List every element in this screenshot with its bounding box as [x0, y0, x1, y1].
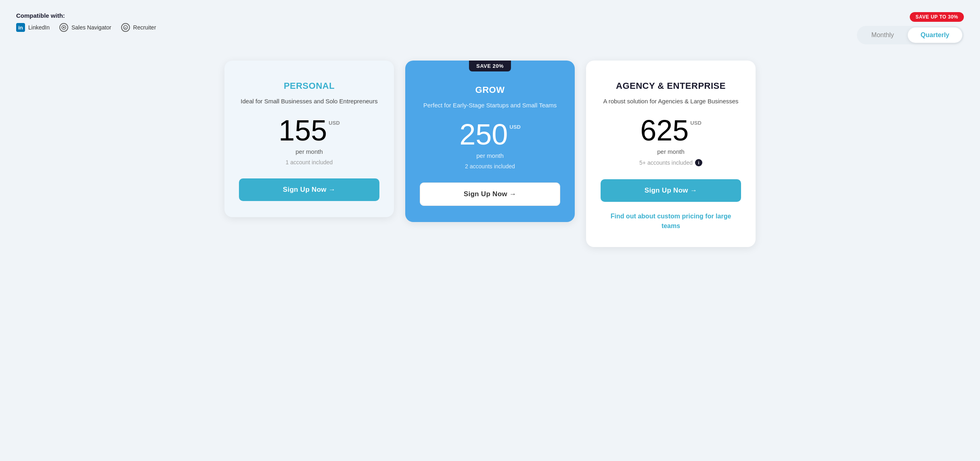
platform-linkedin: in LinkedIn [16, 23, 50, 32]
enterprise-price-currency: USD [690, 120, 701, 126]
sales-navigator-icon [59, 23, 68, 32]
grow-price-number: 250 [459, 120, 508, 149]
compatible-icons: in LinkedIn Sales Navigator R Recruiter [16, 23, 156, 32]
grow-plan-name: GROW [420, 85, 560, 95]
svg-text:R: R [124, 26, 127, 30]
custom-pricing-section: Find out about custom pricing for large … [601, 212, 741, 231]
custom-pricing-link[interactable]: Find out about custom pricing for large … [611, 213, 731, 229]
billing-toggle: Monthly Quarterly [857, 26, 964, 44]
grow-per-month: per month [420, 152, 560, 159]
grow-plan-card: SAVE 20% GROW Perfect for Early-Stage St… [405, 61, 575, 222]
quarterly-toggle-button[interactable]: Quarterly [908, 27, 962, 43]
personal-accounts-included: 1 account included [239, 159, 379, 166]
grow-plan-description: Perfect for Early-Stage Startups and Sma… [420, 101, 560, 110]
grow-price-currency: USD [509, 124, 520, 130]
grow-price-row: 250 USD [420, 120, 560, 149]
personal-price-number: 155 [279, 116, 327, 145]
svg-point-1 [63, 27, 65, 28]
enterprise-plan-card: AGENCY & ENTERPRISE A robust solution fo… [586, 61, 756, 247]
compatible-label: Compatible with: [16, 12, 156, 19]
platform-sales-navigator: Sales Navigator [59, 23, 111, 32]
page-header: Compatible with: in LinkedIn Sales Navig… [16, 12, 964, 44]
enterprise-per-month: per month [601, 148, 741, 155]
platform-recruiter: R Recruiter [121, 23, 156, 32]
compatible-section: Compatible with: in LinkedIn Sales Navig… [16, 12, 156, 32]
enterprise-plan-description: A robust solution for Agencies & Large B… [601, 97, 741, 106]
pricing-cards-container: PERSONAL Ideal for Small Businesses and … [16, 61, 964, 247]
personal-plan-card: PERSONAL Ideal for Small Businesses and … [224, 61, 394, 217]
enterprise-price-row: 625 USD [601, 116, 741, 145]
save-up-to-badge: SAVE UP TO 30% [910, 12, 964, 22]
info-icon[interactable]: i [695, 159, 702, 166]
platform-recruiter-label: Recruiter [133, 24, 156, 31]
platform-linkedin-label: LinkedIn [28, 24, 50, 31]
personal-signup-button[interactable]: Sign Up Now → [239, 178, 379, 201]
platform-sales-navigator-label: Sales Navigator [71, 24, 111, 31]
right-controls: SAVE UP TO 30% Monthly Quarterly [857, 12, 964, 44]
personal-plan-description: Ideal for Small Businesses and Solo Entr… [239, 97, 379, 106]
personal-price-row: 155 USD [239, 116, 379, 145]
grow-accounts-included: 2 accounts included [420, 163, 560, 170]
monthly-toggle-button[interactable]: Monthly [859, 27, 907, 43]
personal-price-currency: USD [329, 120, 339, 126]
personal-per-month: per month [239, 148, 379, 155]
recruiter-icon: R [121, 23, 130, 32]
personal-plan-name: PERSONAL [239, 81, 379, 91]
grow-signup-button[interactable]: Sign Up Now → [420, 182, 560, 206]
enterprise-accounts-included: 5+ accounts included i [601, 159, 741, 166]
grow-save-tag: SAVE 20% [469, 61, 511, 71]
linkedin-icon: in [16, 23, 25, 32]
enterprise-plan-name: AGENCY & ENTERPRISE [601, 81, 741, 91]
enterprise-signup-button[interactable]: Sign Up Now → [601, 179, 741, 202]
enterprise-price-number: 625 [640, 116, 689, 145]
